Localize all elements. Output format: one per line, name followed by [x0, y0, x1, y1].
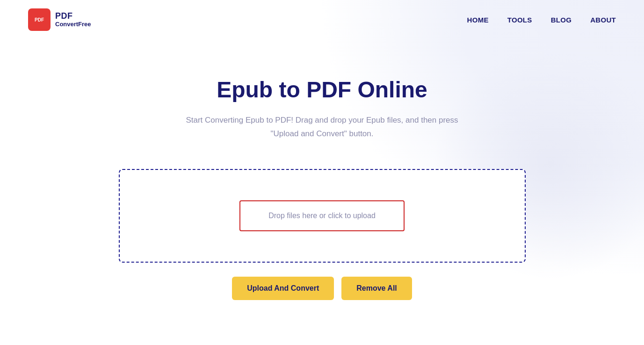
- upload-convert-button[interactable]: Upload And Convert: [232, 277, 334, 300]
- logo-pdf-label: PDF: [55, 12, 91, 21]
- action-buttons: Upload And Convert Remove All: [232, 277, 412, 300]
- nav-tools[interactable]: TOOLS: [507, 16, 532, 24]
- page-title: Epub to PDF Online: [217, 77, 427, 103]
- logo-text: PDF ConvertFree: [55, 12, 91, 28]
- main-nav: HOME TOOLS BLOG ABOUT: [467, 16, 616, 24]
- logo-icon-text: PDF: [35, 17, 44, 22]
- nav-blog[interactable]: BLOG: [551, 16, 572, 24]
- page-subtitle: Start Converting Epub to PDF! Drag and d…: [177, 114, 467, 141]
- logo[interactable]: PDF PDF ConvertFree: [28, 8, 91, 31]
- remove-all-button[interactable]: Remove All: [341, 277, 412, 300]
- logo-sub-label: ConvertFree: [55, 21, 91, 28]
- main-content: Epub to PDF Online Start Converting Epub…: [0, 39, 644, 300]
- upload-area[interactable]: Drop files here or click to upload: [119, 169, 526, 263]
- nav-about[interactable]: ABOUT: [590, 16, 616, 24]
- upload-dropzone[interactable]: Drop files here or click to upload: [239, 200, 405, 231]
- drop-files-text: Drop files here or click to upload: [268, 212, 376, 220]
- header: PDF PDF ConvertFree HOME TOOLS BLOG ABOU…: [0, 0, 644, 39]
- logo-icon: PDF: [28, 8, 51, 31]
- nav-home[interactable]: HOME: [467, 16, 489, 24]
